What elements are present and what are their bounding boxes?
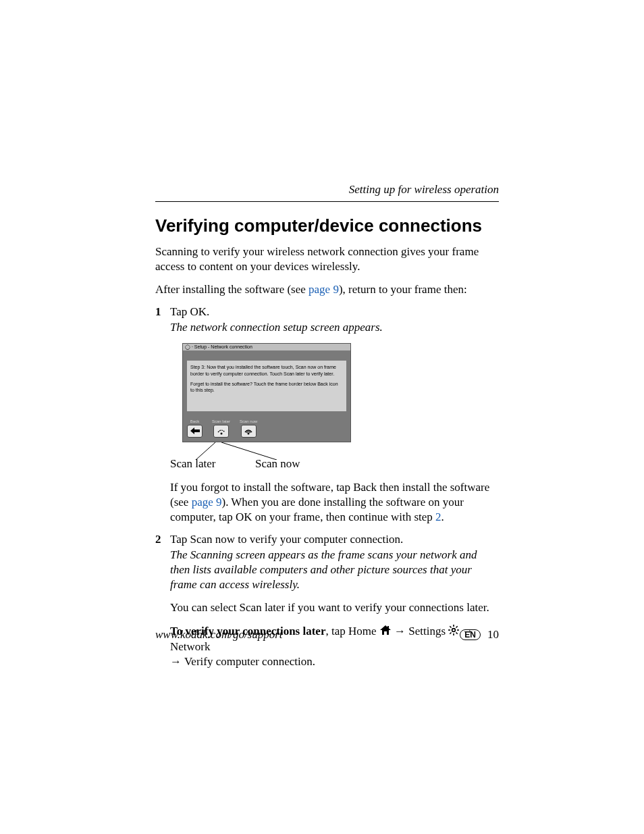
svg-line-10 [450, 626, 452, 627]
page-title: Verifying computer/device connections [155, 215, 499, 236]
page-9-link[interactable]: page 9 [308, 283, 339, 296]
svg-point-1 [248, 433, 250, 435]
page-9-link-2[interactable]: page 9 [192, 496, 222, 509]
step-2: 2 Tap Scan now to verify your computer c… [155, 533, 499, 546]
page-footer: www.kodak.com/go/support EN 10 [155, 628, 499, 642]
scan-later-button-label: Scan later [212, 419, 230, 423]
wifi-dashed-icon [217, 427, 226, 435]
screen-dialog: Step 3: Now that you installed the softw… [187, 361, 346, 411]
callout-scan-later: Scan later [170, 457, 255, 471]
step-2-link[interactable]: 2 [435, 511, 441, 523]
screen-titlebar: ◯ · Setup - Network connection [183, 344, 350, 350]
wifi-icon [244, 427, 253, 435]
language-badge: EN [460, 629, 481, 640]
step-1: 1 Tap OK. [155, 305, 499, 319]
back-button-label: Back [190, 419, 199, 423]
scan-now-button-label: Scan now [240, 419, 257, 423]
arrow-left-icon [190, 427, 200, 434]
step-1-note: The network connection setup screen appe… [170, 320, 499, 335]
after-install-paragraph: After installing the software (see page … [155, 282, 499, 297]
scan-later-button[interactable] [213, 425, 229, 438]
step-2-note: The Scanning screen appears as the frame… [170, 548, 499, 592]
screenshot-figure: ◯ · Setup - Network connection Step 3: N… [182, 343, 351, 459]
footer-url: www.kodak.com/go/support [155, 628, 283, 642]
scan-now-button[interactable] [241, 425, 257, 438]
running-header: Setting up for wireless operation [155, 182, 499, 197]
intro-paragraph: Scanning to verify your wireless network… [155, 244, 499, 274]
svg-point-0 [220, 433, 222, 435]
callout-labels: Scan later Scan now [155, 457, 499, 471]
device-screen: ◯ · Setup - Network connection Step 3: N… [182, 343, 351, 442]
step-2-after: You can select Scan later if you want to… [170, 600, 499, 615]
back-button[interactable] [187, 425, 203, 438]
header-rule [155, 201, 499, 202]
svg-line-12 [456, 626, 458, 627]
page-number: 10 [487, 628, 499, 642]
forgot-paragraph: If you forgot to install the software, t… [170, 480, 499, 525]
callout-scan-now: Scan now [255, 457, 300, 471]
